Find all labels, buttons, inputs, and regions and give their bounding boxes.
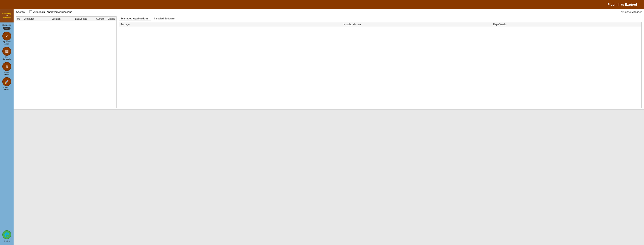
col-current: Current	[95, 17, 107, 20]
suspend-toggle[interactable]: OFF	[3, 27, 10, 30]
agents-panel: Up Computer Location LastUpdate Current …	[16, 16, 116, 108]
approve-apps-label: ApproveApps	[3, 41, 10, 45]
sidebar-logo[interactable]: Chocolatey for Automate	[0, 9, 14, 22]
launch-scans-label: LaunchScans	[4, 86, 10, 90]
suspend-label: Suspend	[2, 24, 11, 26]
sidebar-logo-text: Chocolatey for Automate	[2, 13, 11, 18]
top-bar: Plugin has Expired	[0, 0, 644, 9]
version-icon: 🌐	[2, 230, 11, 239]
toolbar-row: Agents Auto Install Approved Application…	[14, 9, 644, 15]
managed-table-header: Package Installed Version Repo Version	[119, 22, 642, 27]
managed-table-body	[119, 27, 642, 108]
version-label: 3.6.0.9	[4, 240, 10, 242]
cache-manager-link[interactable]: ® Cache Manager	[621, 10, 642, 13]
agents-table-body	[16, 21, 116, 108]
col-enable: Enable	[107, 17, 116, 20]
content-area: Agents Auto Install Approved Application…	[14, 9, 644, 245]
mass-install-label: MassInstall	[4, 71, 9, 75]
right-panel: Managed Applications Installed Software …	[119, 16, 642, 108]
panels-row: Up Computer Location LastUpdate Current …	[14, 15, 644, 109]
auto-install-checkbox[interactable]	[29, 10, 32, 13]
sidebar: Chocolatey for Automate Suspend OFF ✓ Ap…	[0, 9, 14, 245]
set-schedule-icon: ▦	[2, 47, 11, 56]
version-button[interactable]: 🌐 3.6.0.9	[2, 230, 11, 244]
approve-apps-button[interactable]: ✓ ApproveApps	[2, 32, 11, 45]
col-repo-version: Repo Version	[492, 23, 642, 26]
col-location: Location	[51, 17, 74, 20]
auto-install-label: Auto Install Approved Applications	[33, 10, 72, 13]
agents-label: Agents	[16, 10, 24, 13]
col-installed-version: Installed Version	[342, 23, 492, 26]
launch-scans-button[interactable]: 🚀 LaunchScans	[2, 77, 11, 90]
col-up: Up	[16, 17, 23, 20]
managed-table: Package Installed Version Repo Version	[119, 22, 642, 108]
tabs-row: Managed Applications Installed Software	[119, 16, 642, 21]
auto-install-check[interactable]: Auto Install Approved Applications	[29, 10, 72, 13]
mass-install-button[interactable]: ⊕ MassInstall	[2, 62, 11, 75]
bottom-area	[14, 109, 644, 245]
col-last-update: LastUpdate	[74, 17, 95, 20]
set-schedule-label: SetSchedule	[2, 56, 11, 60]
approve-apps-icon: ✓	[2, 32, 11, 40]
col-package: Package	[119, 23, 342, 26]
mass-install-icon: ⊕	[2, 62, 11, 71]
set-schedule-button[interactable]: ▦ SetSchedule	[2, 47, 11, 60]
plugin-expired-title: Plugin has Expired	[608, 2, 637, 6]
main-layout: Chocolatey for Automate Suspend OFF ✓ Ap…	[0, 9, 644, 245]
agents-table-header: Up Computer Location LastUpdate Current …	[16, 16, 116, 21]
tab-installed-software[interactable]: Installed Software	[152, 16, 177, 21]
col-computer: Computer	[23, 17, 51, 20]
tab-managed-applications[interactable]: Managed Applications	[119, 16, 151, 21]
launch-scans-icon: 🚀	[2, 77, 11, 86]
